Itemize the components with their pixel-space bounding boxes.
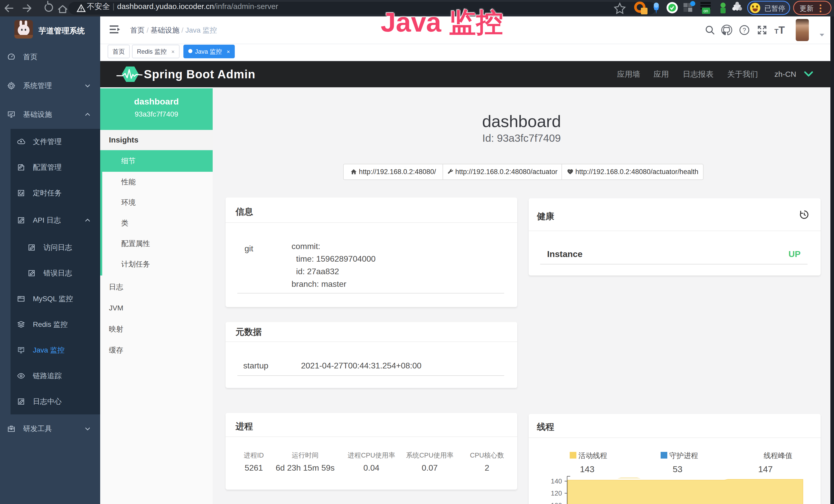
svg-text:120: 120 bbox=[551, 489, 562, 497]
svg-text:100: 100 bbox=[551, 501, 562, 504]
svg-text:on: on bbox=[704, 9, 708, 13]
svg-text:140: 140 bbox=[551, 477, 562, 485]
svg-text:?: ? bbox=[743, 27, 746, 33]
